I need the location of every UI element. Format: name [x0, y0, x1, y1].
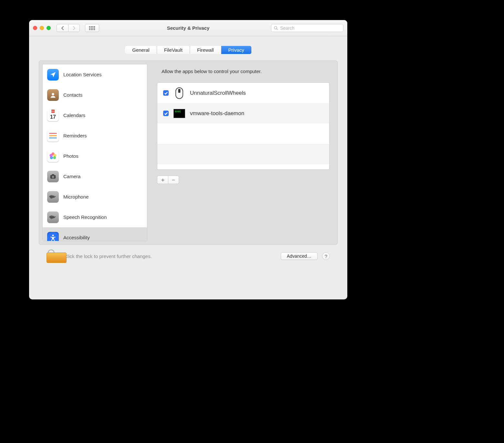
svg-point-15 — [53, 156, 56, 159]
tab-firewall[interactable]: Firewall — [190, 46, 221, 54]
svg-rect-4 — [89, 27, 90, 28]
preferences-window: Security & Privacy General FileVault Fir… — [29, 20, 347, 299]
svg-point-19 — [52, 176, 54, 178]
svg-rect-1 — [91, 26, 92, 27]
remove-app-button[interactable]: － — [168, 176, 179, 184]
svg-rect-9 — [91, 29, 92, 30]
app-checkbox[interactable] — [163, 111, 169, 116]
calendar-icon: JUL 17 — [47, 110, 59, 121]
location-icon — [47, 69, 59, 81]
app-row[interactable]: UnnaturalScrollWheels — [157, 83, 329, 103]
reminders-icon — [47, 130, 59, 142]
back-button[interactable] — [57, 24, 68, 32]
accessibility-icon — [47, 232, 59, 241]
tab-general[interactable]: General — [125, 46, 157, 54]
svg-rect-5 — [91, 27, 92, 28]
sidebar-item-label: Calendars — [63, 113, 85, 118]
svg-rect-20 — [52, 174, 54, 175]
sidebar-item-label: Speech Recognition — [63, 214, 107, 220]
sidebar-item-speech[interactable]: Speech Recognition — [43, 207, 147, 227]
forward-button[interactable] — [68, 24, 80, 32]
app-name-label: vmware-tools-daemon — [190, 110, 244, 117]
sidebar-item-contacts[interactable]: Contacts — [43, 85, 147, 105]
app-row[interactable]: exec vmware-tools-daemon — [157, 103, 329, 124]
allowed-apps-list: UnnaturalScrollWheels exec vmware-tools-… — [157, 82, 330, 170]
search-input[interactable] — [280, 26, 341, 31]
footer: Click the lock to prevent further change… — [39, 245, 338, 270]
mouse-icon — [173, 87, 185, 99]
svg-rect-3 — [94, 26, 95, 27]
sidebar-item-accessibility[interactable]: Accessibility — [43, 227, 147, 241]
photos-icon — [47, 150, 59, 162]
show-all-button[interactable] — [85, 24, 99, 32]
sidebar-item-label: Location Services — [63, 72, 101, 77]
lock-help-text: Click the lock to prevent further change… — [64, 254, 152, 259]
search-icon — [274, 26, 278, 30]
svg-rect-10 — [92, 29, 93, 30]
svg-rect-6 — [92, 27, 93, 28]
tab-bar: General FileVault Firewall Privacy — [125, 46, 251, 54]
window-body: General FileVault Firewall Privacy Locat… — [29, 36, 347, 299]
app-name-label: UnnaturalScrollWheels — [190, 90, 246, 96]
add-app-button[interactable]: ＋ — [157, 176, 168, 184]
app-checkbox[interactable] — [163, 90, 169, 96]
sidebar-item-label: Microphone — [63, 194, 89, 200]
detail-description: Allow the apps below to control your com… — [157, 69, 330, 74]
speech-icon — [47, 211, 59, 223]
close-window-button[interactable] — [33, 26, 37, 30]
microphone-icon — [47, 191, 59, 203]
sidebar-item-label: Camera — [63, 174, 80, 179]
tab-filevault[interactable]: FileVault — [157, 46, 190, 54]
privacy-category-scroll[interactable]: Location Services Contacts JUL 17 C — [43, 64, 147, 241]
sidebar-item-label: Reminders — [63, 133, 87, 138]
advanced-button[interactable]: Advanced… — [281, 252, 318, 260]
sidebar-item-microphone[interactable]: Microphone — [43, 187, 147, 207]
sidebar-item-label: Contacts — [63, 92, 82, 98]
app-row-empty — [157, 124, 329, 144]
lock-icon[interactable] — [47, 249, 59, 263]
privacy-category-list: Location Services Contacts JUL 17 C — [42, 64, 147, 241]
privacy-panel: Location Services Contacts JUL 17 C — [39, 60, 338, 245]
svg-point-21 — [52, 234, 54, 236]
svg-rect-11 — [94, 29, 95, 30]
window-controls — [33, 26, 54, 30]
app-row-empty — [157, 144, 329, 164]
sidebar-item-reminders[interactable]: Reminders — [43, 125, 147, 146]
sidebar-item-label: Accessibility — [63, 235, 90, 240]
tab-privacy[interactable]: Privacy — [221, 46, 251, 54]
privacy-detail: Allow the apps below to control your com… — [152, 64, 334, 241]
svg-point-12 — [52, 93, 54, 95]
camera-icon — [47, 171, 59, 182]
zoom-window-button[interactable] — [47, 26, 51, 30]
sidebar-item-photos[interactable]: Photos — [43, 146, 147, 166]
minimize-window-button[interactable] — [40, 26, 44, 30]
help-button[interactable]: ? — [322, 252, 330, 260]
add-remove-controls: ＋ － — [157, 176, 330, 184]
search-field-wrap[interactable] — [271, 24, 343, 32]
terminal-icon: exec — [173, 107, 185, 120]
svg-point-17 — [50, 154, 53, 157]
sidebar-item-calendars[interactable]: JUL 17 Calendars — [43, 105, 147, 125]
svg-rect-0 — [89, 26, 90, 27]
sidebar-item-camera[interactable]: Camera — [43, 166, 147, 187]
contacts-icon — [47, 89, 59, 101]
svg-rect-8 — [89, 29, 90, 30]
titlebar: Security & Privacy — [29, 20, 347, 36]
sidebar-item-label: Photos — [63, 153, 79, 159]
nav-back-forward — [57, 24, 80, 32]
svg-rect-2 — [92, 26, 93, 27]
svg-rect-7 — [94, 27, 95, 28]
sidebar-item-location[interactable]: Location Services — [43, 64, 147, 85]
